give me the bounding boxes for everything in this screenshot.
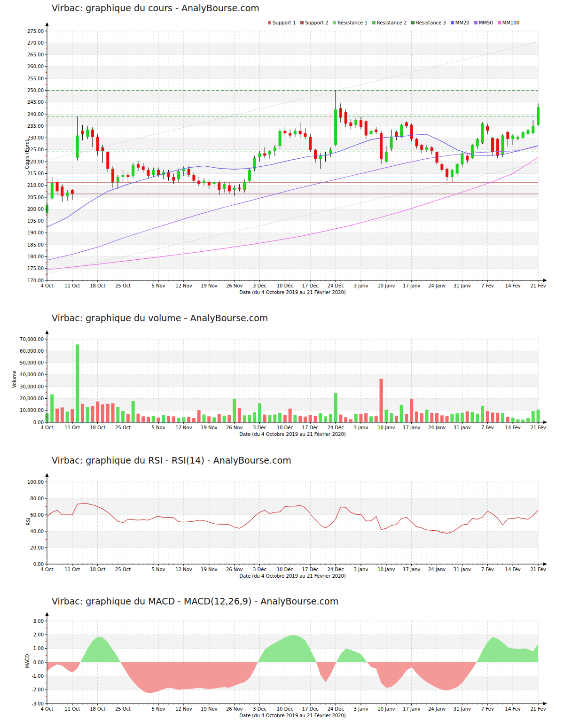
svg-text:12 Nov: 12 Nov bbox=[175, 567, 192, 572]
svg-text:11 Oct: 11 Oct bbox=[64, 425, 80, 430]
svg-text:25 Oct: 25 Oct bbox=[115, 706, 131, 712]
svg-text:-3.00: -3.00 bbox=[31, 701, 44, 706]
volume-chart-title: Virbac: graphique du volume - AnalyBours… bbox=[52, 313, 268, 323]
svg-text:24 Déc: 24 Déc bbox=[327, 425, 344, 430]
svg-text:230.00: 230.00 bbox=[27, 135, 44, 140]
svg-text:225.00: 225.00 bbox=[27, 147, 44, 152]
svg-text:0.00: 0.00 bbox=[33, 420, 44, 425]
price-chart-title: Virbac: graphique du cours - AnalyBourse… bbox=[52, 3, 259, 13]
svg-text:10 Déc: 10 Déc bbox=[277, 425, 293, 430]
svg-text:4 Oct: 4 Oct bbox=[41, 425, 54, 430]
svg-text:275.00: 275.00 bbox=[27, 29, 44, 34]
svg-text:21 Fév: 21 Fév bbox=[530, 283, 546, 288]
svg-text:24 Janv: 24 Janv bbox=[428, 567, 446, 572]
svg-text:18 Oct: 18 Oct bbox=[90, 425, 105, 430]
svg-text:25 Oct: 25 Oct bbox=[115, 567, 131, 572]
svg-text:24 Janv: 24 Janv bbox=[428, 425, 446, 430]
svg-text:210.00: 210.00 bbox=[27, 183, 44, 188]
svg-text:31 Janv: 31 Janv bbox=[454, 425, 471, 430]
svg-text:3 Janv: 3 Janv bbox=[354, 283, 368, 288]
svg-text:18 Oct: 18 Oct bbox=[90, 567, 105, 572]
svg-text:19 Nov: 19 Nov bbox=[201, 567, 218, 572]
macd-chart: -3.00-2.00-1.000.001.002.003.004 Oct11 O… bbox=[0, 611, 564, 726]
svg-text:25 Oct: 25 Oct bbox=[115, 425, 131, 430]
svg-text:Date (du 4 Octobre 2019 au 21: Date (du 4 Octobre 2019 au 21 Février 20… bbox=[239, 713, 346, 718]
svg-text:80.00: 80.00 bbox=[30, 496, 44, 501]
svg-text:270.00: 270.00 bbox=[27, 40, 44, 46]
svg-text:Date (du 4 Octobre 2019 au 21: Date (du 4 Octobre 2019 au 21 Février 20… bbox=[239, 290, 346, 295]
svg-text:18 Oct: 18 Oct bbox=[90, 706, 105, 712]
svg-text:24 Déc: 24 Déc bbox=[327, 706, 344, 712]
svg-text:10 Déc: 10 Déc bbox=[277, 706, 293, 712]
moving-average-lines bbox=[47, 134, 538, 270]
svg-text:14 Fév: 14 Fév bbox=[505, 283, 521, 288]
svg-text:60.00: 60.00 bbox=[30, 512, 44, 518]
svg-text:60,000.00: 60,000.00 bbox=[20, 349, 44, 354]
svg-text:17 Déc: 17 Déc bbox=[302, 425, 319, 430]
svg-text:21 Fév: 21 Fév bbox=[530, 706, 546, 712]
svg-text:240.00: 240.00 bbox=[27, 112, 44, 117]
svg-text:11 Oct: 11 Oct bbox=[64, 567, 80, 572]
svg-text:5 Nov: 5 Nov bbox=[151, 567, 165, 572]
svg-text:10,000.00: 10,000.00 bbox=[20, 408, 44, 413]
price-chart: 170.00175.00180.00185.00190.00195.00200.… bbox=[0, 18, 564, 300]
svg-text:40,000.00: 40,000.00 bbox=[20, 372, 44, 377]
svg-text:3.00: 3.00 bbox=[33, 619, 44, 624]
svg-text:-2.00: -2.00 bbox=[31, 687, 44, 692]
svg-text:3 Janv: 3 Janv bbox=[354, 425, 368, 430]
svg-text:10 Janv: 10 Janv bbox=[377, 706, 395, 712]
svg-text:-1.00: -1.00 bbox=[31, 674, 44, 679]
svg-text:12 Nov: 12 Nov bbox=[175, 283, 192, 288]
svg-text:260.00: 260.00 bbox=[27, 64, 44, 69]
svg-text:180.00: 180.00 bbox=[27, 254, 44, 259]
svg-text:7 Fév: 7 Fév bbox=[481, 706, 494, 712]
svg-text:10 Janv: 10 Janv bbox=[377, 283, 395, 288]
svg-text:19 Nov: 19 Nov bbox=[201, 425, 218, 430]
svg-text:31 Janv: 31 Janv bbox=[454, 567, 471, 572]
svg-text:20,000.00: 20,000.00 bbox=[20, 396, 44, 401]
svg-text:250.00: 250.00 bbox=[27, 88, 44, 93]
svg-text:215.00: 215.00 bbox=[27, 171, 44, 176]
svg-text:10 Janv: 10 Janv bbox=[377, 425, 395, 430]
svg-text:175.00: 175.00 bbox=[27, 266, 44, 271]
svg-text:14 Fév: 14 Fév bbox=[505, 706, 521, 712]
svg-text:21 Fév: 21 Fév bbox=[530, 567, 546, 572]
svg-text:3 Déc: 3 Déc bbox=[253, 567, 266, 572]
svg-text:26 Nov: 26 Nov bbox=[226, 425, 243, 430]
svg-text:17 Déc: 17 Déc bbox=[302, 706, 319, 712]
svg-text:17 Janv: 17 Janv bbox=[403, 283, 420, 288]
svg-text:4 Oct: 4 Oct bbox=[41, 706, 54, 712]
svg-text:21 Fév: 21 Fév bbox=[530, 425, 546, 430]
analybourse-charts-page: Virbac: graphique du cours - AnalyBourse… bbox=[0, 0, 564, 728]
svg-text:20.00: 20.00 bbox=[30, 545, 44, 550]
svg-text:17 Janv: 17 Janv bbox=[403, 425, 420, 430]
svg-text:265.00: 265.00 bbox=[27, 52, 44, 57]
svg-text:7 Fév: 7 Fév bbox=[481, 283, 494, 288]
svg-text:0.00: 0.00 bbox=[33, 562, 44, 567]
rsi-chart-title: Virbac: graphique du RSI - RSI(14) - Ana… bbox=[52, 455, 291, 465]
svg-text:11 Oct: 11 Oct bbox=[64, 283, 80, 288]
svg-text:31 Janv: 31 Janv bbox=[454, 283, 471, 288]
svg-text:3 Janv: 3 Janv bbox=[354, 567, 368, 572]
svg-text:3 Déc: 3 Déc bbox=[253, 425, 266, 430]
volume-chart: 0.0010,000.0020,000.0030,000.0040,000.00… bbox=[0, 329, 564, 439]
svg-text:1.00: 1.00 bbox=[33, 646, 44, 651]
volume-background bbox=[47, 351, 538, 410]
svg-text:4 Oct: 4 Oct bbox=[41, 567, 54, 572]
svg-text:3 Déc: 3 Déc bbox=[253, 283, 266, 288]
svg-text:11 Oct: 11 Oct bbox=[64, 706, 80, 712]
svg-text:17 Janv: 17 Janv bbox=[403, 706, 420, 712]
svg-text:17 Déc: 17 Déc bbox=[302, 283, 319, 288]
svg-text:100.00: 100.00 bbox=[27, 480, 44, 485]
price-background bbox=[47, 43, 538, 268]
svg-text:17 Déc: 17 Déc bbox=[302, 567, 319, 572]
svg-text:25 Oct: 25 Oct bbox=[115, 283, 131, 288]
svg-text:195.00: 195.00 bbox=[27, 218, 44, 224]
svg-text:5 Nov: 5 Nov bbox=[151, 425, 165, 430]
svg-text:Date (du 4 Octobre 2019 au 21: Date (du 4 Octobre 2019 au 21 Février 20… bbox=[239, 573, 346, 579]
svg-text:19 Nov: 19 Nov bbox=[201, 706, 218, 712]
svg-text:19 Nov: 19 Nov bbox=[201, 283, 218, 288]
price-axes: 170.00175.00180.00185.00190.00195.00200.… bbox=[27, 22, 547, 295]
svg-text:31 Janv: 31 Janv bbox=[454, 706, 471, 712]
svg-text:200.00: 200.00 bbox=[27, 207, 44, 212]
